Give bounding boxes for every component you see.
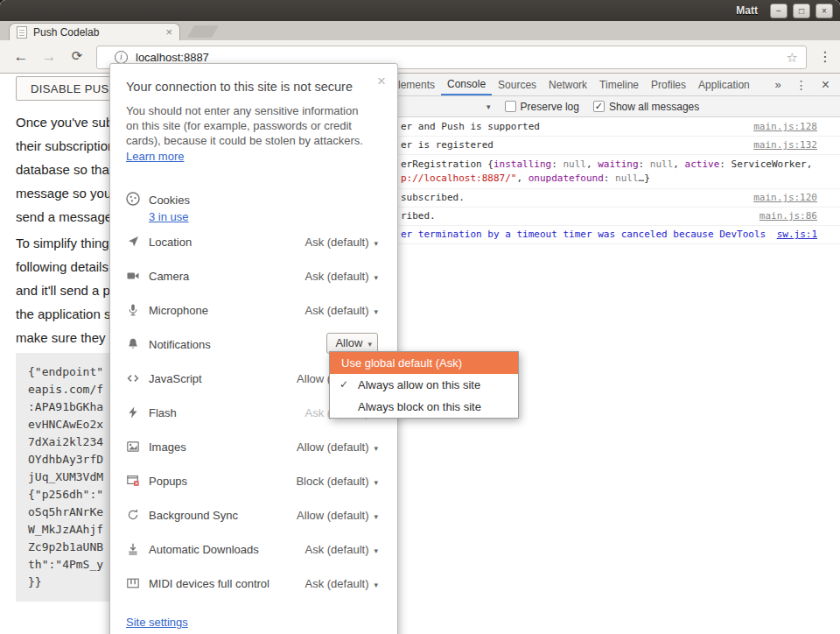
permission-dropdown[interactable]: Allow (default)▾ [297, 440, 378, 454]
window-close-button[interactable]: × [816, 4, 833, 18]
preserve-log-checkbox[interactable] [505, 101, 516, 112]
popup-title: Your connection to this site is not secu… [126, 80, 353, 94]
permission-value: Ask (default) [304, 270, 368, 283]
browser-menu-icon[interactable]: ⋮ [816, 48, 835, 65]
console-token: null [563, 158, 586, 170]
tab-push-codelab[interactable]: Push Codelab × [9, 23, 180, 40]
site-info-icon[interactable]: i [115, 51, 128, 64]
url-text: localhost:8887 [136, 51, 787, 64]
console-token: ServiceWorker [732, 158, 807, 170]
console-source-link[interactable]: main.js:120 [753, 192, 817, 204]
menu-item-label: Use global default (Ask) [341, 356, 462, 370]
titlebar-user-label: Matt [736, 4, 758, 17]
show-all-messages-option[interactable]: ✓ Show all messages [593, 101, 699, 113]
console-message: subscribed. main.js:120 [383, 189, 840, 208]
console-source-link[interactable]: main.js:86 [760, 210, 817, 222]
minimize-button[interactable]: − [770, 4, 788, 18]
permission-value: Ask (default) [304, 543, 368, 556]
devtools-tab-timeline[interactable]: Timeline [593, 74, 645, 95]
permission-row-microphone: Microphone Ask (default)▾ [110, 293, 397, 328]
console-message: er and Push is supported main.js:128 [383, 118, 840, 137]
permission-dropdown[interactable]: Ask (default)▾ [304, 304, 378, 317]
console-token: , [516, 173, 528, 184]
popup-close-icon[interactable]: × [377, 74, 386, 88]
text-line: To simplify things [16, 231, 118, 255]
devtools-tab-network[interactable]: Network [542, 74, 593, 95]
caret-down-icon: ▾ [374, 239, 378, 248]
console-token: onupdatefound [528, 173, 604, 184]
javascript-icon [126, 371, 140, 385]
site-security-popup: × Your connection to this site is not se… [109, 63, 398, 634]
menu-item-label: Always block on this site [358, 400, 481, 413]
learn-more-link[interactable]: Learn more [126, 150, 184, 163]
console-source-link[interactable]: main.js:132 [753, 139, 817, 151]
devtools-tab-application[interactable]: Application [692, 74, 756, 95]
caret-down-icon: ▾ [368, 340, 372, 349]
console-message-text: er is registered [401, 139, 494, 151]
devtools-tab-console[interactable]: Console [441, 74, 492, 95]
text-line: You should not enter any sensitive infor… [126, 103, 363, 118]
permission-dropdown[interactable]: Allow (default)▾ [297, 509, 378, 522]
devtools-tab-profiles[interactable]: Profiles [645, 74, 692, 95]
permission-dropdown[interactable]: Ask (default)▾ [304, 577, 378, 590]
show-all-messages-checkbox[interactable]: ✓ [593, 101, 605, 112]
caret-down-icon: ▾ [374, 273, 378, 282]
devtools-menu-icon[interactable]: ⋮ [795, 78, 808, 92]
titlebar: Matt − □ × [0, 0, 840, 21]
permission-row-camera: Camera Ask (default)▾ [110, 259, 397, 293]
tab-close-icon[interactable]: × [165, 26, 172, 38]
console-token: , [586, 158, 598, 170]
devtools-close-icon[interactable]: × [822, 77, 830, 93]
permission-dropdown[interactable]: Ask (default)▾ [304, 543, 378, 556]
console-source-link[interactable]: sw.js:1 [777, 229, 817, 241]
browser-window: Matt − □ × Push Codelab × ← → ⟳ i localh… [0, 0, 840, 634]
preserve-log-option[interactable]: Preserve log [505, 101, 579, 113]
context-dropdown-caret-icon[interactable]: ▾ [486, 102, 491, 111]
permission-dropdown[interactable]: Ask (default)▾ [304, 236, 378, 249]
devtools-tab-sources[interactable]: Sources [492, 74, 542, 95]
permission-value: Ask (default) [304, 236, 368, 249]
popups-blocked-icon [126, 474, 140, 488]
menu-item-always-allow[interactable]: ✓ Always allow on this site [330, 374, 518, 396]
reload-icon[interactable]: ⟳ [66, 48, 88, 64]
site-settings-link[interactable]: Site settings [126, 616, 188, 629]
object-preview-line: p://localhost:8887/", onupdatefound: nul… [401, 172, 833, 186]
permission-label: Location [149, 236, 192, 249]
console-token: active [685, 158, 720, 170]
permission-value: Allow [335, 336, 362, 349]
bookmark-star-icon[interactable]: ☆ [787, 50, 798, 66]
permission-label: Microphone [149, 304, 208, 317]
permission-row-popups: Popups Block (default)▾ [110, 464, 397, 498]
maximize-button[interactable]: □ [793, 4, 810, 18]
notifications-bell-icon [126, 337, 140, 351]
permission-label: JavaScript [149, 372, 202, 385]
permission-value: Ask (default) [304, 304, 368, 317]
console-token: : [719, 158, 731, 170]
menu-item-always-block[interactable]: Always block on this site [330, 396, 518, 418]
cookies-label: Cookies [149, 194, 190, 207]
new-tab-button[interactable] [187, 25, 219, 38]
permission-dropdown[interactable]: Block (default)▾ [296, 475, 378, 488]
text-line: following details [16, 255, 118, 278]
forward-icon[interactable]: → [38, 48, 60, 66]
text-line: make sure they r [16, 326, 118, 349]
back-icon[interactable]: ← [10, 48, 32, 66]
devtools-tabbar: Elements Console Sources Network Timelin… [383, 74, 840, 96]
page-paragraph: To simplify thingsfollowing detailsand i… [16, 231, 118, 349]
cookies-in-use-link[interactable]: 3 in use [149, 210, 189, 223]
caret-down-icon: ▾ [374, 546, 378, 555]
more-tabs-icon[interactable]: » [774, 78, 780, 91]
permission-label: Automatic Downloads [149, 543, 259, 556]
permission-dropdown[interactable]: Ask (default)▾ [304, 270, 378, 283]
console-token: waiting [598, 158, 638, 170]
check-icon: ✓ [340, 378, 348, 391]
menu-item-label: Always allow on this site [358, 378, 480, 391]
permission-row-location: Location Ask (default)▾ [110, 225, 397, 259]
console-source-link[interactable]: main.js:128 [753, 121, 817, 133]
caret-down-icon: ▾ [374, 581, 378, 589]
tab-title: Push Codelab [33, 26, 165, 39]
caret-down-icon: ▾ [374, 512, 378, 521]
menu-item-use-global-default[interactable]: Use global default (Ask) [330, 352, 518, 374]
disable-push-button[interactable]: DISABLE PUS [16, 76, 124, 101]
console-message-object[interactable]: erRegistration {installing: null, waitin… [383, 155, 840, 189]
